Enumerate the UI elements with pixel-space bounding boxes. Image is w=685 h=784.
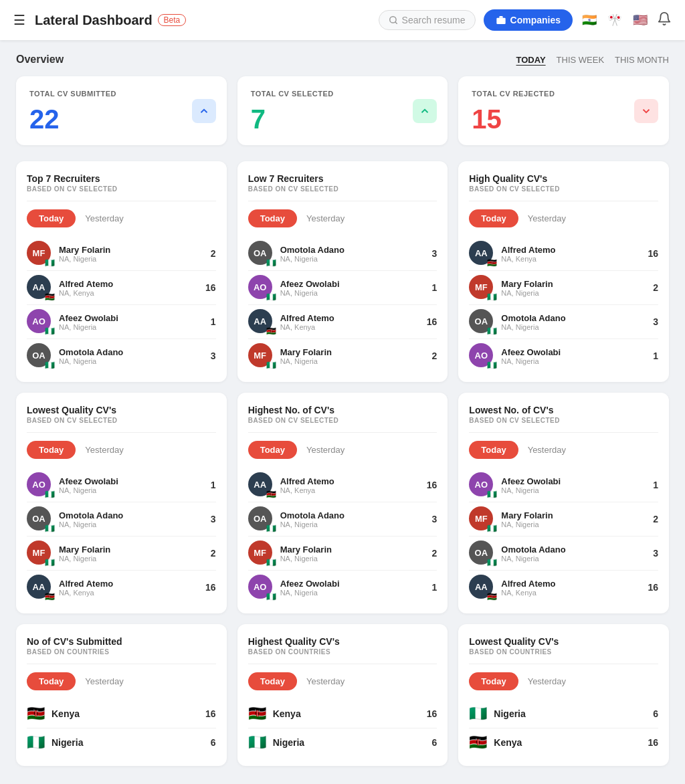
recruiter-info: Mary Folarin NA, Nigeria [59, 245, 204, 263]
companies-button[interactable]: Companies [484, 9, 573, 31]
today-button[interactable]: Today [248, 672, 297, 690]
recruiter-location: NA, Nigeria [501, 323, 646, 331]
recruiter-info: Mary Folarin NA, Nigeria [280, 347, 425, 365]
panel-subtitle: BASED ON COUNTRIES [248, 648, 437, 656]
today-button[interactable]: Today [469, 209, 518, 227]
recruiter-count: 3 [211, 351, 216, 361]
recruiter-count: 16 [205, 282, 216, 293]
stat-card-submitted: TOTAL CV SUBMITTED 22 [16, 76, 227, 145]
country-flag: 🇳🇬 [469, 705, 487, 722]
recruiter-count: 1 [653, 480, 658, 490]
panel-cv-submitted-countries: No of CV's Submitted BASED ON COUNTRIES … [16, 624, 227, 766]
recruiter-count: 2 [211, 248, 216, 259]
yesterday-button[interactable]: Yesterday [85, 445, 123, 455]
overview-bar: Overview TODAY THIS WEEK THIS MONTH [16, 54, 669, 66]
avatar-wrap: OA 🇳🇬 [27, 506, 52, 532]
recruiter-list: AO 🇳🇬 Afeez Owolabi NA, Nigeria 1 MF 🇳🇬 [469, 468, 658, 604]
filter-this-week[interactable]: THIS WEEK [557, 55, 605, 65]
avatar-wrap: OA 🇳🇬 [469, 541, 494, 566]
yesterday-button[interactable]: Yesterday [528, 676, 566, 686]
panel-lowest-quality-countries: Lowest Quality CV's BASED ON COUNTRIES T… [458, 624, 669, 766]
country-list: 🇰🇪 Kenya 16 🇳🇬 Nigeria 6 [27, 700, 216, 757]
recruiter-name: Alfred Atemo [280, 476, 420, 486]
country-count: 16 [205, 708, 216, 719]
recruiter-item: OA 🇳🇬 Omotola Adano NA, Nigeria 3 [248, 502, 437, 536]
recruiter-item: AO 🇳🇬 Afeez Owolabi NA, Nigeria 1 [469, 339, 658, 373]
country-count: 6 [211, 737, 216, 748]
recruiter-count: 16 [427, 480, 437, 490]
yesterday-button[interactable]: Yesterday [306, 213, 345, 223]
toggle-row: Today Yesterday [27, 209, 216, 227]
companies-icon [496, 15, 506, 25]
recruiter-list: AA 🇰🇪 Alfred Atemo NA, Kenya 16 MF 🇳🇬 [469, 237, 658, 373]
recruiter-item: AA 🇰🇪 Alfred Atemo NA, Kenya 16 [248, 468, 437, 502]
recruiter-count: 3 [653, 548, 658, 559]
panel-lowest-quality: Lowest Quality CV's BASED ON CV SELECTED… [16, 393, 227, 613]
avatar-flag: 🇳🇬 [487, 558, 497, 567]
notification-bell[interactable] [657, 11, 672, 29]
recruiter-location: NA, Nigeria [280, 255, 425, 263]
avatar-flag: 🇳🇬 [45, 558, 55, 567]
recruiter-count: 3 [432, 514, 437, 524]
today-button[interactable]: Today [469, 672, 518, 690]
avatar-flag: 🇳🇬 [266, 258, 276, 268]
country-list: 🇰🇪 Kenya 16 🇳🇬 Nigeria 6 [248, 700, 437, 757]
panel-title: Highest Quality CV's [248, 636, 437, 647]
recruiter-info: Afeez Owolabi NA, Nigeria [280, 579, 425, 597]
yesterday-button[interactable]: Yesterday [306, 445, 345, 455]
panels-row3: No of CV's Submitted BASED ON COUNTRIES … [16, 624, 669, 766]
country-item: 🇳🇬 Nigeria 6 [27, 728, 216, 757]
avatar-wrap: AA 🇰🇪 [469, 241, 494, 266]
search-box[interactable]: Search resume [379, 10, 476, 30]
today-button[interactable]: Today [27, 441, 76, 459]
panel-title: Lowest Quality CV's [469, 636, 658, 647]
recruiter-item: MF 🇳🇬 Mary Folarin NA, Nigeria 2 [248, 536, 437, 571]
recruiter-item: AA 🇰🇪 Alfred Atemo NA, Kenya 16 [469, 571, 658, 604]
japan-flag[interactable]: 🎌 [606, 11, 623, 29]
india-flag[interactable]: 🇮🇳 [581, 11, 598, 29]
recruiter-name: Mary Folarin [59, 245, 204, 255]
recruiter-count: 3 [432, 248, 437, 259]
today-button[interactable]: Today [469, 441, 518, 459]
today-button[interactable]: Today [248, 209, 297, 227]
recruiter-item: OA 🇳🇬 Omotola Adano NA, Nigeria 3 [469, 305, 658, 339]
usa-flag[interactable]: 🇺🇸 [631, 11, 649, 29]
panel-title: Low 7 Recruiters [248, 173, 437, 184]
recruiter-info: Omotola Adano NA, Nigeria [59, 510, 204, 528]
recruiter-location: NA, Nigeria [59, 323, 204, 331]
filter-today[interactable]: TODAY [516, 55, 546, 65]
overview-title: Overview [16, 54, 64, 66]
recruiter-name: Afeez Owolabi [280, 279, 425, 289]
recruiter-name: Afeez Owolabi [59, 313, 204, 323]
avatar-wrap: AO 🇳🇬 [27, 309, 52, 334]
panels-row2: Lowest Quality CV's BASED ON CV SELECTED… [16, 393, 669, 613]
search-icon [389, 15, 398, 25]
yesterday-button[interactable]: Yesterday [306, 676, 345, 686]
yesterday-button[interactable]: Yesterday [528, 213, 566, 223]
avatar-wrap: MF 🇳🇬 [469, 506, 494, 532]
avatar-flag: 🇰🇪 [266, 490, 276, 499]
yesterday-button[interactable]: Yesterday [85, 213, 123, 223]
avatar-flag: 🇰🇪 [487, 258, 497, 268]
stat-card-rejected: TOTAL CV REJECTED 15 [458, 76, 669, 145]
country-flag: 🇰🇪 [27, 705, 45, 722]
panel-title: Top 7 Recruiters [27, 173, 216, 184]
today-button[interactable]: Today [27, 672, 76, 690]
filter-this-month[interactable]: THIS MONTH [615, 55, 669, 65]
today-button[interactable]: Today [27, 209, 76, 227]
hamburger-menu[interactable]: ☰ [13, 12, 25, 28]
recruiter-info: Alfred Atemo NA, Kenya [59, 279, 199, 297]
today-button[interactable]: Today [248, 441, 297, 459]
toggle-row: Today Yesterday [248, 441, 437, 459]
yesterday-button[interactable]: Yesterday [528, 445, 566, 455]
recruiter-item: MF 🇳🇬 Mary Folarin NA, Nigeria 2 [27, 536, 216, 571]
yesterday-button[interactable]: Yesterday [85, 676, 123, 686]
recruiter-info: Mary Folarin NA, Nigeria [501, 510, 646, 528]
recruiter-item: OA 🇳🇬 Omotola Adano NA, Nigeria 3 [469, 536, 658, 571]
avatar-flag: 🇳🇬 [266, 592, 276, 601]
recruiter-location: NA, Nigeria [501, 555, 646, 563]
toggle-row: Today Yesterday [469, 209, 658, 227]
panel-low7: Low 7 Recruiters BASED ON CV SELECTED To… [237, 161, 448, 382]
panel-title: No of CV's Submitted [27, 636, 216, 647]
avatar-wrap: AO 🇳🇬 [248, 575, 274, 600]
